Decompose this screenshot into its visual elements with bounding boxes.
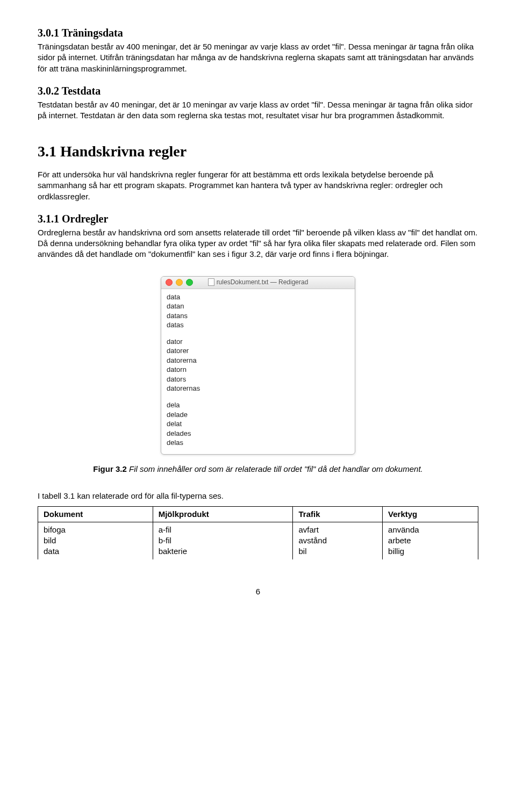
figure-caption: Figur 3.2 Fil som innehåller ord som är … xyxy=(38,464,478,475)
figure-32-wrap: rulesDokument.txt — Redigerad datadatand… xyxy=(38,276,478,475)
mac-titlebar: rulesDokument.txt — Redigerad xyxy=(161,277,355,289)
table-header-row: Dokument Mjölkprodukt Trafik Verktyg xyxy=(38,506,478,522)
file-line: datorerna xyxy=(167,356,349,365)
file-line: delades xyxy=(167,429,349,439)
para-after-figure: I tabell 3.1 kan relaterade ord för alla… xyxy=(38,491,478,501)
file-line: dators xyxy=(167,375,349,384)
window-title: rulesDokument.txt — Redigerad xyxy=(161,278,355,286)
para-311: Ordreglerna består av handskrivna ord so… xyxy=(38,227,478,260)
table-header: Verktyg xyxy=(383,506,478,522)
para-301: Träningsdatan består av 400 meningar, de… xyxy=(38,41,478,74)
heading-301: 3.0.1 Träningsdata xyxy=(38,26,478,40)
para-302: Testdatan består av 40 meningar, det är … xyxy=(38,99,478,121)
file-line: datorernas xyxy=(167,384,349,393)
table-cell: bifogabilddata xyxy=(38,522,153,559)
file-line: datan xyxy=(167,301,349,311)
table-cell: a-filb-filbakterie xyxy=(153,522,293,559)
caption-label: Figur 3.2 xyxy=(93,464,127,473)
table-cell: användaarbetebillig xyxy=(383,522,478,559)
file-line: dator xyxy=(167,337,349,347)
document-icon xyxy=(208,278,214,286)
window-title-text: rulesDokument.txt — Redigerad xyxy=(217,278,309,286)
heading-31: 3.1 Handskrivna regler xyxy=(38,141,478,162)
file-line: delas xyxy=(167,438,349,448)
file-line: data xyxy=(167,292,349,302)
table-cell: avfartavståndbil xyxy=(293,522,383,559)
table-row: bifogabilddataa-filb-filbakterieavfartav… xyxy=(38,522,478,559)
para-31: För att undersöka hur väl handskrivna re… xyxy=(38,169,478,202)
file-line: datas xyxy=(167,320,349,330)
file-line: delat xyxy=(167,419,349,429)
file-line: dela xyxy=(167,400,349,410)
file-line xyxy=(167,330,349,337)
heading-311: 3.1.1 Ordregler xyxy=(38,212,478,226)
table-31: Dokument Mjölkprodukt Trafik Verktyg bif… xyxy=(38,506,478,559)
table-header: Dokument xyxy=(38,506,153,522)
mac-window: rulesDokument.txt — Redigerad datadatand… xyxy=(161,276,355,455)
file-line: datans xyxy=(167,311,349,321)
table-header: Trafik xyxy=(293,506,383,522)
table-header: Mjölkprodukt xyxy=(153,506,293,522)
file-line xyxy=(167,393,349,400)
file-line: datorn xyxy=(167,365,349,375)
file-line: delade xyxy=(167,410,349,420)
page-number: 6 xyxy=(38,586,478,597)
window-content: datadatandatansdatasdatordatorerdatorern… xyxy=(161,289,355,454)
file-line: datorer xyxy=(167,346,349,356)
heading-302: 3.0.2 Testdata xyxy=(38,84,478,98)
caption-text: Fil som innehåller ord som är relaterade… xyxy=(127,464,423,473)
